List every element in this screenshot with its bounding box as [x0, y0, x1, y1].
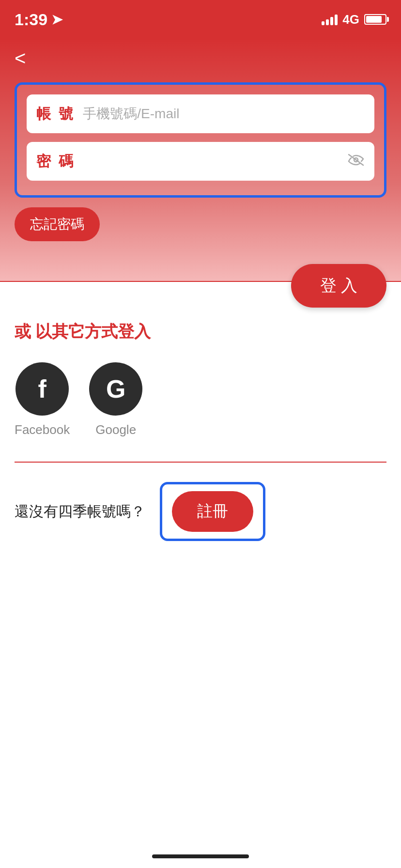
facebook-label: Facebook — [15, 422, 70, 437]
header-area: < 帳 號 密 碼 忘記密碼 — [0, 39, 401, 281]
google-label: Google — [95, 422, 136, 437]
facebook-icon: f — [15, 362, 69, 416]
social-row: f Facebook G Google — [15, 362, 386, 437]
alt-login-label: 或 以其它方式登入 — [15, 321, 386, 343]
status-icons: 4G — [322, 12, 386, 27]
register-button[interactable]: 註冊 — [172, 491, 253, 532]
register-text: 還沒有四季帳號嗎？ — [15, 502, 145, 522]
battery-fill — [366, 16, 382, 23]
register-area: 還沒有四季帳號嗎？ 註冊 — [15, 482, 386, 541]
divider-line-bottom — [15, 462, 386, 463]
password-input[interactable] — [83, 154, 347, 169]
register-box: 註冊 — [160, 482, 265, 541]
google-icon: G — [89, 362, 142, 416]
time-display: 1:39 — [15, 10, 47, 29]
account-label: 帳 號 — [36, 104, 75, 124]
account-input-group: 帳 號 — [27, 94, 374, 133]
home-indicator — [152, 854, 249, 858]
divider-section: 登 入 — [0, 281, 401, 282]
status-time: 1:39 ➤ — [15, 10, 62, 29]
eye-icon[interactable] — [347, 153, 365, 170]
forgot-password-button[interactable]: 忘記密碼 — [15, 207, 100, 241]
login-button[interactable]: 登 入 — [291, 264, 386, 308]
alt-login-text: 或 以其它方式登入 — [15, 322, 151, 341]
google-login-item[interactable]: G Google — [89, 362, 142, 437]
password-input-group: 密 碼 — [27, 142, 374, 181]
status-bar: 1:39 ➤ 4G — [0, 0, 401, 39]
login-box: 帳 號 密 碼 — [15, 82, 386, 198]
white-body: 或 以其它方式登入 f Facebook G Google 還沒有四季帳號嗎？ … — [0, 282, 401, 556]
facebook-login-item[interactable]: f Facebook — [15, 362, 70, 437]
account-input[interactable] — [83, 106, 365, 122]
signal-4g-label: 4G — [342, 12, 359, 27]
back-button[interactable]: < — [15, 48, 26, 68]
signal-bars-icon — [322, 14, 338, 25]
battery-icon — [364, 14, 386, 25]
password-label: 密 碼 — [36, 152, 75, 171]
gps-icon: ➤ — [51, 12, 62, 28]
